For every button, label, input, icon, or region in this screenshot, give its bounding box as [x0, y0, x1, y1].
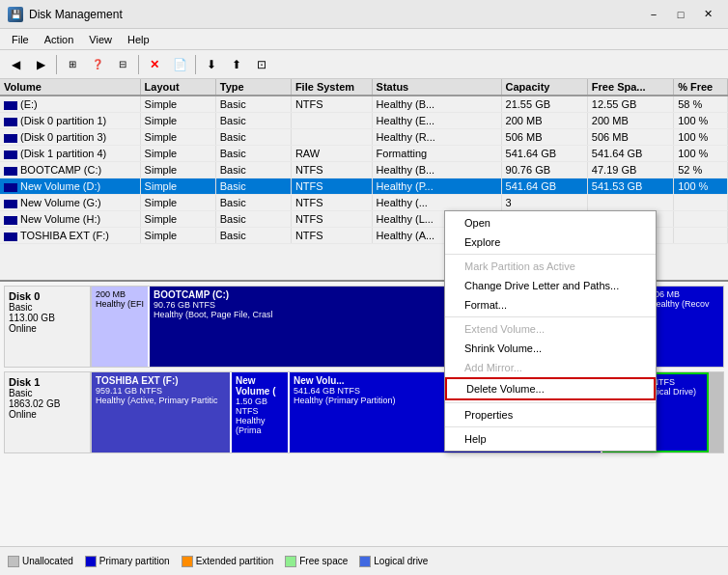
cell-pct: 100 % — [674, 146, 728, 162]
context-menu-item[interactable]: Format... — [445, 295, 656, 315]
cell-capacity: 3 — [501, 195, 587, 211]
legend-primary-box — [85, 556, 97, 567]
cell-status: Healthy (B... — [372, 96, 501, 113]
toolbar-btn3[interactable]: ⊟ — [111, 53, 134, 76]
table-row[interactable]: New Volume (D:) Simple Basic NTFS Health… — [0, 178, 728, 195]
cell-volume: New Volume (D:) — [0, 178, 140, 195]
context-menu-item[interactable]: Properties — [445, 405, 656, 424]
titlebar: 💾 Disk Management − □ ✕ — [0, 0, 728, 29]
context-menu-item[interactable]: Explore — [445, 233, 656, 252]
disk1-toshiba-size: 959.11 GB NTFS — [96, 386, 226, 396]
disk0-recovery[interactable]: 506 MB Healthy (Recov — [646, 287, 723, 367]
toolbar-btn5[interactable]: ⬇ — [200, 53, 223, 76]
legend-extended-box — [182, 556, 193, 567]
legend-extended-label: Extended partition — [196, 556, 274, 566]
table-row[interactable]: (Disk 0 partition 3) Simple Basic Health… — [0, 129, 728, 146]
disk1-state: Online — [9, 409, 86, 420]
cell-status: Healthy (B... — [372, 162, 501, 178]
table-row[interactable]: (Disk 0 partition 1) Simple Basic Health… — [0, 113, 728, 129]
maximize-button[interactable]: □ — [668, 5, 693, 24]
minimize-button[interactable]: − — [641, 5, 666, 24]
toolbar-btn6[interactable]: ⬆ — [225, 53, 248, 76]
disk1-toshiba[interactable]: TOSHIBA EXT (F:) 959.11 GB NTFS Healthy … — [92, 372, 232, 452]
legend: Unallocated Primary partition Extended p… — [0, 546, 728, 575]
table-row[interactable]: (Disk 1 partition 4) Simple Basic RAW Fo… — [0, 146, 728, 162]
cell-type: Basic — [215, 228, 291, 244]
disk0-efi[interactable]: 200 MB Healthy (EFI — [92, 287, 150, 367]
menu-action[interactable]: Action — [37, 32, 82, 47]
disk1-newvol1-name: New Volume ( — [236, 375, 284, 397]
context-menu-item: Extend Volume... — [445, 319, 656, 339]
disk1-newvol1[interactable]: New Volume ( 1.50 GB NTFS Healthy (Prima — [232, 372, 290, 452]
legend-unallocated-label: Unallocated — [22, 556, 73, 566]
toolbar-forward[interactable]: ▶ — [29, 53, 52, 76]
context-menu: OpenExploreMark Partition as ActiveChang… — [444, 210, 657, 452]
cell-capacity: 21.55 GB — [501, 96, 587, 113]
toolbar-btn2[interactable]: ❓ — [86, 53, 109, 76]
disk1-unalloc — [709, 372, 723, 452]
cell-volume: (Disk 0 partition 1) — [0, 113, 140, 129]
toolbar-delete[interactable]: ✕ — [143, 53, 166, 76]
cell-free — [587, 195, 673, 211]
cell-pct: 100 % — [674, 129, 728, 146]
table-row[interactable]: BOOTCAMP (C:) Simple Basic NTFS Healthy … — [0, 162, 728, 178]
context-menu-item[interactable]: Change Drive Letter and Paths... — [445, 276, 656, 295]
toolbar-btn4[interactable]: 📄 — [168, 53, 191, 76]
cell-fs: NTFS — [291, 195, 372, 211]
cell-status: Healthy (... — [372, 195, 501, 211]
legend-extended: Extended partition — [182, 556, 274, 567]
cell-volume: New Volume (G:) — [0, 195, 140, 211]
cell-fs: RAW — [291, 146, 372, 162]
toolbar: ◀ ▶ ⊞ ❓ ⊟ ✕ 📄 ⬇ ⬆ ⊡ — [0, 50, 728, 79]
context-menu-item[interactable]: Shrink Volume... — [445, 339, 656, 358]
cell-status: Healthy (P... — [372, 178, 501, 195]
cell-layout: Simple — [140, 195, 215, 211]
table-row[interactable]: New Volume (G:) Simple Basic NTFS Health… — [0, 195, 728, 211]
toolbar-btn1[interactable]: ⊞ — [61, 53, 84, 76]
disk0-size: 113.00 GB — [9, 313, 86, 323]
cell-free: 47.19 GB — [587, 162, 673, 178]
cell-pct — [674, 211, 728, 228]
disk0-recovery-status: Healthy (Recov — [650, 299, 719, 309]
toolbar-back[interactable]: ◀ — [4, 53, 27, 76]
disk0-state: Online — [9, 323, 86, 334]
disk0-type: Basic — [9, 302, 86, 313]
legend-unallocated-box — [8, 556, 19, 567]
col-type: Type — [215, 79, 291, 96]
table-row[interactable]: (E:) Simple Basic NTFS Healthy (B... 21.… — [0, 96, 728, 113]
cell-free: 12.55 GB — [587, 96, 673, 113]
col-pct: % Free — [674, 79, 728, 96]
app-icon: 💾 — [8, 7, 23, 22]
cell-capacity: 506 MB — [501, 129, 587, 146]
cell-type: Basic — [215, 195, 291, 211]
col-layout: Layout — [140, 79, 215, 96]
titlebar-title: Disk Management — [29, 8, 123, 21]
cell-free: 200 MB — [587, 113, 673, 129]
cell-fs: NTFS — [291, 96, 372, 113]
menu-file[interactable]: File — [4, 32, 37, 47]
toolbar-btn7[interactable]: ⊡ — [250, 53, 273, 76]
context-menu-item[interactable]: Help — [445, 429, 656, 449]
toolbar-sep-3 — [195, 55, 196, 74]
cell-type: Basic — [215, 211, 291, 228]
context-menu-item: Mark Partition as Active — [445, 257, 656, 276]
cell-pct: 52 % — [674, 162, 728, 178]
disk1-newvol1-size: 1.50 GB NTFS — [236, 397, 284, 416]
cell-pct: 100 % — [674, 178, 728, 195]
context-menu-item[interactable]: Open — [445, 213, 656, 233]
cell-volume: TOSHIBA EXT (F:) — [0, 228, 140, 244]
legend-free-label: Free space — [299, 556, 348, 566]
context-menu-separator — [445, 254, 656, 255]
col-fs: File System — [291, 79, 372, 96]
legend-free: Free space — [285, 556, 348, 567]
context-menu-item[interactable]: Delete Volume... — [445, 377, 656, 400]
menu-view[interactable]: View — [81, 32, 120, 47]
disk1-toshiba-name: TOSHIBA EXT (F:) — [96, 375, 226, 386]
cell-fs: NTFS — [291, 162, 372, 178]
close-button[interactable]: ✕ — [695, 5, 720, 24]
menu-help[interactable]: Help — [120, 32, 157, 47]
titlebar-left: 💾 Disk Management — [8, 7, 123, 22]
disk0-efi-size: 200 MB — [96, 289, 144, 299]
context-menu-separator — [445, 402, 656, 403]
disk0-efi-status: Healthy (EFI — [96, 299, 144, 309]
